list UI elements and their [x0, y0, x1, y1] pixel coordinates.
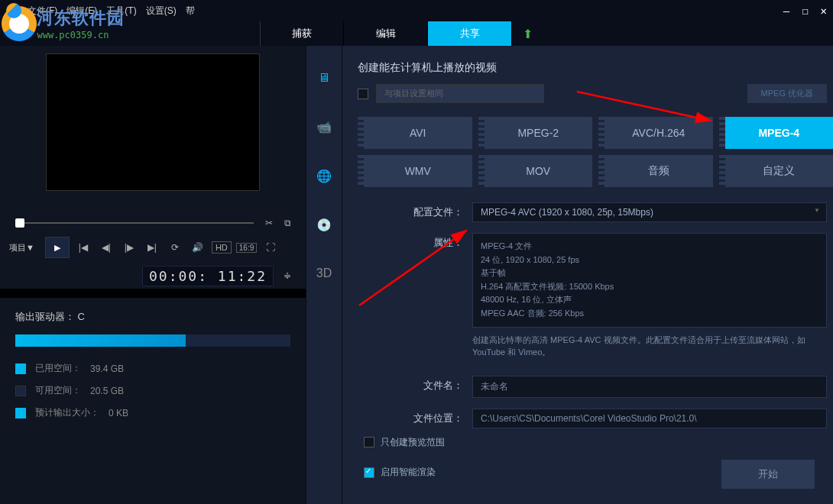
- drive-usage-fill: [15, 334, 186, 347]
- computer-icon[interactable]: 🖥: [315, 69, 333, 87]
- format-grid-row2: WMV MOV 音频 自定义: [358, 155, 833, 187]
- go-start-button[interactable]: |◀: [74, 238, 92, 257]
- video-preview: [46, 53, 260, 191]
- format-mov[interactable]: MOV: [478, 155, 593, 187]
- profile-dropdown[interactable]: MPEG-4 AVC (1920 x 1080, 25p, 15Mbps): [472, 202, 827, 222]
- menu-tools[interactable]: 工具(T): [106, 5, 136, 18]
- preview-only-checkbox[interactable]: [364, 437, 374, 447]
- start-button[interactable]: 开始: [721, 460, 815, 489]
- close-button[interactable]: ✕: [821, 5, 827, 17]
- 3d-icon[interactable]: 3D: [315, 264, 333, 283]
- mpeg-optimizer-button[interactable]: MPEG 优化器: [747, 84, 827, 103]
- used-space-row: 已用空间： 39.4 GB: [15, 362, 290, 375]
- left-panel: ✂ ⧉ 项目▼ ▶ |◀ ◀| |▶ ▶| ⟳ 🔊 HD 16:9 ⛶ 00:0…: [0, 46, 306, 504]
- prop-line-1: 24 位, 1920 x 1080, 25 fps: [481, 254, 818, 267]
- smart-render-checkbox[interactable]: [364, 467, 374, 478]
- aspect-ratio-badge[interactable]: 16:9: [236, 243, 257, 253]
- properties-box: MPEG-4 文件 24 位, 1920 x 1080, 25 fps 基于帧 …: [472, 233, 827, 328]
- properties-row: 属性： MPEG-4 文件 24 位, 1920 x 1080, 25 fps …: [358, 230, 833, 365]
- title-bar: 文件(F) 编辑(E) 工具(T) 设置(S) 帮 — ☐ ✕: [0, 0, 833, 21]
- menu-file[interactable]: 文件(F): [28, 5, 57, 18]
- profile-label: 配置文件：: [358, 202, 472, 219]
- format-wmv[interactable]: WMV: [358, 155, 472, 187]
- preview-only-label: 只创建预览范围: [381, 436, 445, 449]
- location-input[interactable]: C:\Users\CS\Documents\Corel VideoStudio …: [472, 409, 827, 428]
- mode-tabs: 捕获 编辑 共享 ⬆: [0, 21, 833, 46]
- window-controls: — ☐ ✕: [783, 5, 827, 17]
- format-mpeg2[interactable]: MPEG-2: [478, 117, 593, 149]
- output-drive-label: 输出驱动器： C: [15, 310, 290, 324]
- prop-line-3: H.264 高配置文件视频: 15000 Kbps: [481, 280, 818, 294]
- repeat-button[interactable]: ⟳: [166, 238, 184, 257]
- filename-input[interactable]: 未命名: [472, 376, 827, 398]
- format-avc[interactable]: AVC/H.264: [598, 117, 713, 149]
- same-as-project-checkbox[interactable]: [358, 89, 368, 99]
- web-icon[interactable]: 🌐: [315, 166, 333, 185]
- main-menu: 文件(F) 编辑(E) 工具(T) 设置(S) 帮: [28, 5, 195, 18]
- mark-icon[interactable]: ⧉: [278, 214, 297, 232]
- panel-divider: [0, 289, 306, 298]
- format-custom[interactable]: 自定义: [719, 155, 834, 187]
- app-logo-icon: [6, 3, 21, 18]
- upload-icon[interactable]: ⬆: [512, 21, 543, 46]
- go-end-button[interactable]: ▶|: [143, 238, 161, 257]
- prev-frame-button[interactable]: ◀|: [97, 238, 115, 257]
- next-frame-button[interactable]: |▶: [120, 238, 138, 257]
- free-space-swatch-icon: [15, 386, 26, 396]
- volume-button[interactable]: 🔊: [189, 238, 207, 257]
- prop-line-0: MPEG-4 文件: [481, 240, 818, 254]
- timeline-row: ✂ ⧉: [0, 214, 306, 232]
- estimated-size-row: 预计输出大小： 0 KB: [15, 406, 290, 419]
- disc-icon[interactable]: 💿: [315, 215, 333, 234]
- fullscreen-button[interactable]: ⛶: [261, 238, 280, 257]
- format-mpeg4[interactable]: MPEG-4: [719, 117, 834, 149]
- section-title: 创建能在计算机上播放的视频: [358, 61, 833, 75]
- used-space-swatch-icon: [15, 363, 26, 374]
- timeline-track[interactable]: [15, 222, 254, 224]
- smart-render-row: 启用智能渲染: [358, 466, 436, 479]
- drive-section: 输出驱动器： C 已用空间： 39.4 GB 可用空间： 20.5 GB 预计输…: [0, 298, 306, 504]
- est-size-value: 0 KB: [109, 408, 128, 418]
- tab-capture[interactable]: 捕获: [260, 21, 344, 46]
- preview-only-row: 只创建预览范围: [358, 436, 833, 449]
- same-as-project-label: 与项目设置相同: [376, 84, 544, 103]
- prop-line-4: 48000 Hz, 16 位, 立体声: [481, 293, 818, 307]
- preview-area: [0, 46, 306, 214]
- properties-label: 属性：: [358, 233, 472, 250]
- smart-render-label: 启用智能渲染: [381, 466, 436, 479]
- tab-share[interactable]: 共享: [428, 21, 512, 46]
- share-target-sidebar: 🖥 📹 🌐 💿 3D: [306, 46, 342, 504]
- location-row: 文件位置： C:\Users\CS\Documents\Corel VideoS…: [358, 405, 833, 428]
- right-panel: 🖥 📹 🌐 💿 3D 创建能在计算机上播放的视频 与项目设置相同 MPEG 优化…: [306, 46, 833, 504]
- est-size-swatch-icon: [15, 408, 26, 418]
- menu-settings[interactable]: 设置(S): [146, 5, 177, 18]
- timecode-stepper-icon[interactable]: ≑: [278, 267, 297, 285]
- device-icon[interactable]: 📹: [315, 118, 333, 136]
- menu-edit[interactable]: 编辑(E): [66, 5, 97, 18]
- profile-description: 创建高比特率的高清 MPEG-4 AVC 视频文件。此配置文件适合用于上传至流媒…: [472, 328, 827, 365]
- play-button[interactable]: ▶: [45, 237, 70, 258]
- share-content: 创建能在计算机上播放的视频 与项目设置相同 MPEG 优化器 AVI MPEG-…: [342, 46, 833, 504]
- location-label: 文件位置：: [358, 409, 472, 425]
- menu-help[interactable]: 帮: [186, 5, 195, 18]
- format-avi[interactable]: AVI: [358, 117, 472, 149]
- used-space-label: 已用空间：: [35, 362, 81, 375]
- used-space-value: 39.4 GB: [90, 363, 124, 374]
- free-space-label: 可用空间：: [35, 384, 81, 397]
- timecode-display[interactable]: 00:00: 11:22: [142, 266, 274, 286]
- cut-icon[interactable]: ✂: [260, 214, 278, 232]
- profile-row: 配置文件： MPEG-4 AVC (1920 x 1080, 25p, 15Mb…: [358, 193, 833, 222]
- free-space-value: 20.5 GB: [90, 386, 124, 396]
- timeline-handle[interactable]: [15, 218, 24, 228]
- minimize-button[interactable]: —: [783, 5, 789, 17]
- prop-line-2: 基于帧: [481, 267, 818, 280]
- project-dropdown[interactable]: 项目▼: [9, 242, 34, 254]
- maximize-button[interactable]: ☐: [802, 5, 808, 17]
- timecode-row: 00:00: 11:22 ≑: [0, 263, 306, 289]
- filename-row: 文件名： 未命名: [358, 373, 833, 398]
- format-audio[interactable]: 音频: [598, 155, 713, 187]
- tab-edit[interactable]: 编辑: [344, 21, 428, 46]
- hd-badge[interactable]: HD: [212, 241, 232, 254]
- same-settings-row: 与项目设置相同 MPEG 优化器: [358, 84, 833, 103]
- filename-label: 文件名：: [358, 376, 472, 393]
